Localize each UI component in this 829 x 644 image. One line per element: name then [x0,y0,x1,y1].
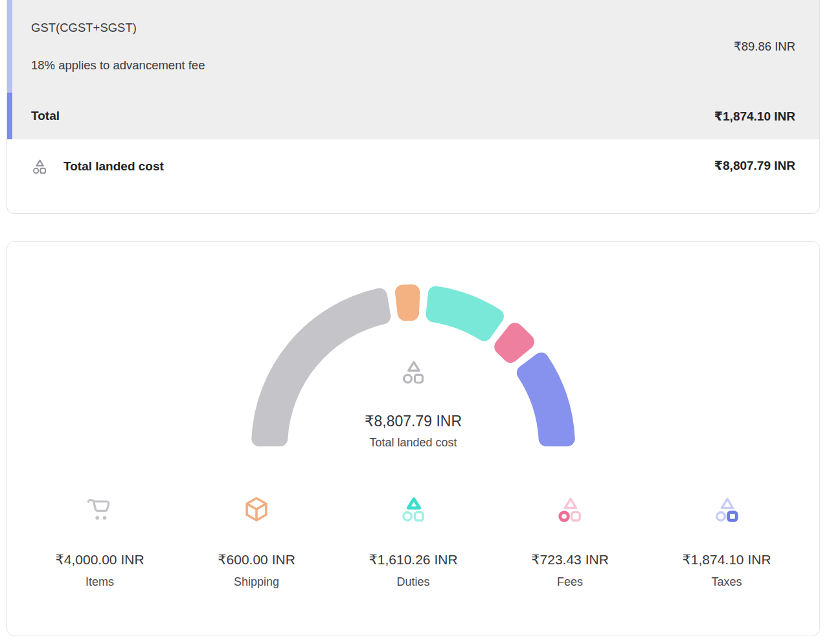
landed-cost-label: Total landed cost [63,159,164,174]
cost-breakdown-legend: ₹4,000.00 INR Items ₹600.00 INR Shipping… [7,494,819,589]
stat-value: ₹1,610.26 INR [369,551,457,568]
stat-label: Items [85,575,114,589]
taxes-shapes-icon [712,494,742,524]
gauge-segment-fees [502,330,527,355]
gst-row: GST(CGST+SGST) 18% applies to advancemen… [7,0,819,93]
total-amount: ₹1,874.10 INR [714,109,795,124]
stat-label: Fees [557,575,583,589]
gauge-segment-duties [434,294,496,334]
stat-value: ₹4,000.00 INR [55,551,144,568]
accent-bar-total [7,93,12,139]
stat-value: ₹723.43 INR [531,551,609,568]
gauge-chart: ₹8,807.79 INR Total landed cost [245,283,582,454]
duties-shapes-icon [398,494,428,524]
stat-label: Shipping [234,575,279,589]
gauge-center-label: Total landed cost [369,436,457,450]
total-label: Total [31,109,60,123]
stat-fees: ₹723.43 INR Fees [492,494,648,589]
gauge-center-value: ₹8,807.79 INR [365,413,462,430]
accent-bar-gst [7,0,12,93]
landed-cost-amount: ₹8,807.79 INR [714,158,795,173]
landed-cost-icon [400,358,427,385]
cost-summary-card: GST(CGST+SGST) 18% applies to advancemen… [6,0,820,214]
stat-items: ₹4,000.00 INR Items [21,494,178,589]
landed-cost-icon [31,158,48,175]
gauge-segment-shipping [403,292,412,313]
total-row: Total ₹1,874.10 INR [7,93,819,139]
stat-value: ₹600.00 INR [218,551,295,568]
fees-shapes-icon [555,494,585,524]
stat-label: Duties [396,575,429,589]
accent-bar [7,0,12,139]
gst-title: GST(CGST+SGST) [31,19,205,36]
gauge-center: ₹8,807.79 INR Total landed cost [245,358,582,450]
stat-shipping: ₹600.00 INR Shipping [178,494,335,589]
summary-highlight-section: GST(CGST+SGST) 18% applies to advancemen… [7,0,819,139]
gst-description: 18% applies to advancement fee [31,57,205,74]
landed-cost-breakdown-card: ₹8,807.79 INR Total landed cost ₹4,000.0… [6,241,820,636]
stat-taxes: ₹1,874.10 INR Taxes [648,494,805,589]
stat-label: Taxes [711,575,742,589]
landed-cost-page: { "summary": { "gst": { "title": "GST(CG… [0,0,829,644]
stat-value: ₹1,874.10 INR [682,551,771,568]
cart-icon [85,494,115,524]
total-landed-cost-row: Total landed cost ₹8,807.79 INR [7,139,819,214]
gst-amount: ₹89.86 INR [734,40,795,54]
package-icon [242,494,271,524]
stat-duties: ₹1,610.26 INR Duties [335,494,492,589]
